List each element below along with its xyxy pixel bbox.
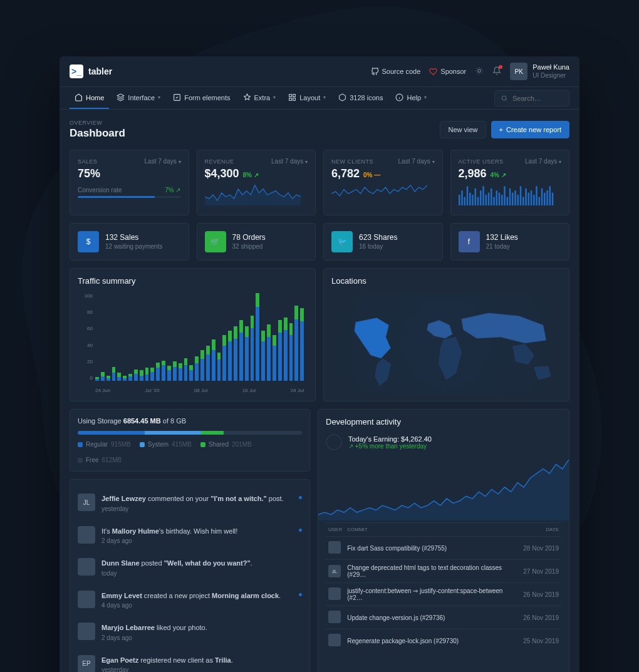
commit-row[interactable]: JLChange deprecated html tags to text de…: [326, 560, 561, 583]
svg-rect-33: [525, 189, 527, 205]
clients-sparkline: [331, 184, 427, 205]
svg-rect-9: [461, 190, 463, 205]
traffic-bar: [206, 293, 210, 381]
active-bars: [459, 184, 554, 205]
svg-rect-37: [536, 186, 538, 205]
unread-dot: [299, 593, 302, 596]
activity-feed: JLJeffie Lewzey commented on your "I'm n…: [70, 479, 310, 672]
new-view-button[interactable]: New view: [440, 121, 486, 138]
traffic-bar: [134, 293, 138, 381]
svg-rect-4: [289, 98, 292, 101]
svg-rect-41: [546, 190, 548, 205]
period-dropdown[interactable]: Last 7 days ▾: [525, 158, 561, 165]
tile-twitter[interactable]: 🐦623 Shares16 today: [323, 223, 443, 261]
twitter-icon: 🐦: [331, 231, 353, 252]
traffic-bar: [284, 293, 288, 381]
terminal-icon: >_: [70, 65, 83, 78]
traffic-bar: [273, 293, 276, 381]
feed-item[interactable]: JLJeffie Lewzey commented on your "I'm n…: [78, 487, 302, 520]
commit-row[interactable]: Regenerate package-lock.json (#29730)25 …: [326, 629, 561, 653]
unread-dot: [299, 529, 302, 532]
avatar: [328, 587, 341, 600]
feed-item[interactable]: EPEgan Poetz registered new client as Tr…: [78, 649, 302, 673]
commit-row[interactable]: Update change-version.js (#29736)26 Nov …: [326, 606, 561, 629]
svg-rect-38: [538, 197, 540, 205]
user-avatar: PK: [510, 63, 527, 80]
svg-rect-35: [530, 190, 532, 205]
tile-cart[interactable]: 🛒78 Orders32 shipped: [197, 223, 316, 261]
user-menu[interactable]: PK Paweł Kuna UI Designer: [510, 63, 569, 80]
theme-toggle[interactable]: [475, 66, 484, 76]
nav-3128-icons[interactable]: 3128 icons: [333, 87, 388, 109]
svg-rect-24: [501, 195, 503, 205]
nav-layout[interactable]: Layout▾: [283, 87, 331, 109]
traffic-bar: [261, 293, 265, 381]
avatar: JL: [78, 494, 95, 511]
traffic-chart: 100806040200 24 JunJul '2008 Jul16 Jul24…: [78, 293, 308, 393]
unread-dot: [299, 496, 302, 499]
svg-rect-29: [514, 190, 516, 205]
plus-icon: +: [499, 126, 503, 133]
period-dropdown[interactable]: Last 7 days ▾: [271, 158, 308, 165]
svg-rect-3: [293, 95, 296, 97]
dev-line-chart: [318, 458, 569, 520]
svg-rect-17: [482, 186, 484, 205]
traffic-card: Traffic summary 100806040200 24 JunJul '…: [70, 268, 316, 401]
traffic-bar: [179, 293, 182, 381]
nav-home[interactable]: Home: [70, 87, 109, 109]
traffic-bar: [117, 293, 121, 381]
search-input-wrap[interactable]: [494, 90, 569, 106]
avatar: [78, 558, 95, 576]
traffic-bar: [106, 293, 110, 381]
feed-item[interactable]: Emmy Levet created a new project Morning…: [78, 584, 302, 617]
commit-row[interactable]: Fix dart Sass compatibility (#29755)28 N…: [326, 537, 561, 560]
commits-table: USER COMMIT DATE Fix dart Sass compatibi…: [326, 522, 561, 652]
page-overline: OVERVIEW: [70, 120, 125, 126]
traffic-bar: [140, 293, 143, 381]
svg-rect-26: [506, 197, 508, 205]
sales-value: 75%: [78, 167, 181, 180]
legend-system: System 415MB: [140, 441, 192, 448]
feed-item[interactable]: Dunn Slane posted "Well, what do you wan…: [78, 552, 302, 584]
tile-dollar[interactable]: $132 Sales12 waiting payments: [70, 223, 189, 261]
traffic-bar: [217, 293, 221, 381]
brand-name: tabler: [88, 66, 112, 76]
brand-logo[interactable]: >_ tabler: [70, 65, 112, 78]
nav-form-elements[interactable]: Form elements: [168, 87, 235, 109]
traffic-bar: [294, 293, 298, 381]
period-dropdown[interactable]: Last 7 days ▾: [145, 158, 181, 165]
period-dropdown[interactable]: Last 7 days ▾: [398, 158, 435, 165]
svg-rect-5: [293, 98, 296, 101]
create-report-button[interactable]: + Create new report: [491, 121, 569, 138]
facebook-icon: f: [459, 231, 480, 252]
commit-row[interactable]: justify-content:between ⇒ justify-conten…: [326, 583, 561, 606]
tile-facebook[interactable]: f132 Likes21 today: [450, 223, 570, 261]
nav-extra[interactable]: Extra▾: [238, 87, 281, 109]
feed-item[interactable]: Maryjo Lebarree liked your photo.2 days …: [78, 616, 302, 649]
sun-icon: [475, 66, 484, 75]
svg-rect-12: [469, 193, 471, 205]
svg-rect-13: [472, 195, 474, 205]
nav-interface[interactable]: Interface▾: [112, 87, 165, 109]
sponsor-link[interactable]: Sponsor: [429, 68, 466, 76]
stat-card-clients: NEW CLIENTS Last 7 days ▾ 6,782 0% —: [323, 150, 443, 215]
stat-card-active: ACTIVE USERS Last 7 days ▾ 2,986 4% ↗: [450, 150, 570, 215]
world-map[interactable]: [331, 293, 561, 393]
dev-activity-title: Development activity: [326, 417, 561, 426]
svg-rect-30: [517, 195, 519, 205]
nav-help[interactable]: Help▾: [390, 87, 432, 109]
traffic-bar: [195, 293, 199, 381]
notifications-button[interactable]: [492, 66, 501, 76]
source-code-link[interactable]: Source code: [371, 68, 421, 76]
avatar: [328, 634, 341, 646]
svg-rect-34: [527, 193, 529, 205]
traffic-bar: [222, 293, 226, 381]
search-input[interactable]: [511, 94, 563, 103]
traffic-bar: [289, 293, 293, 381]
traffic-bar: [101, 293, 105, 381]
feed-item[interactable]: It's Mallory Hulme's birthday. Wish him …: [78, 520, 302, 552]
svg-rect-19: [487, 193, 489, 205]
page-title: Dashboard: [70, 127, 125, 140]
svg-rect-28: [512, 193, 514, 205]
search-icon: [501, 95, 507, 102]
